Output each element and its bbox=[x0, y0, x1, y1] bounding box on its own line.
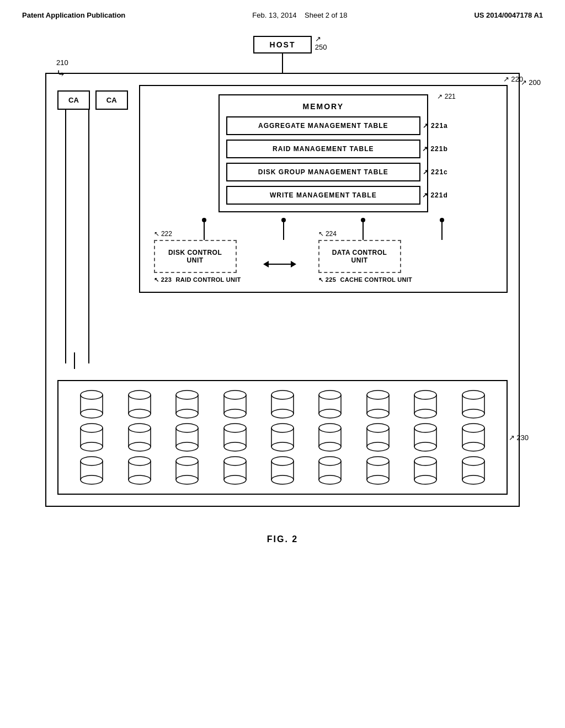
raid-ctrl-label: ↖ 223 RAID CONTROL UNIT bbox=[154, 276, 241, 283]
dot-3 bbox=[361, 218, 365, 222]
svg-point-16 bbox=[224, 409, 246, 418]
disk-13 bbox=[222, 422, 248, 452]
disk-3 bbox=[174, 389, 200, 419]
table-box-4: WRITE MANAGEMENT TABLE ↗ 221d bbox=[226, 186, 420, 205]
svg-point-85 bbox=[224, 457, 246, 465]
svg-point-0 bbox=[81, 390, 103, 399]
inner-section: ↗ 220 ↗ 221 MEMORY AGGREGATE MANAGEMENT … bbox=[139, 85, 508, 293]
svg-point-92 bbox=[271, 475, 294, 484]
disk-10 bbox=[79, 422, 104, 452]
arrow-right bbox=[291, 261, 296, 267]
svg-point-80 bbox=[129, 475, 151, 484]
svg-point-56 bbox=[271, 442, 294, 451]
svg-point-36 bbox=[462, 409, 484, 418]
svg-point-53 bbox=[271, 424, 294, 432]
label-230: ↗ 230 bbox=[509, 433, 529, 442]
label-221: ↗ 221 bbox=[437, 93, 455, 100]
table-box-3: DISK GROUP MANAGEMENT TABLE ↗ 221c bbox=[226, 163, 420, 181]
label-220: ↗ 220 bbox=[503, 75, 523, 83]
svg-point-68 bbox=[414, 442, 436, 451]
disk-grid bbox=[70, 389, 495, 485]
svg-point-73 bbox=[81, 457, 103, 465]
disk-11 bbox=[127, 422, 152, 452]
svg-point-64 bbox=[367, 442, 389, 451]
disk-control-group: ↖ 222 DISK CONTROLUNIT ↖ 223 RAID CONTRO… bbox=[154, 240, 241, 283]
ca-column: CA CA bbox=[57, 90, 128, 363]
svg-point-81 bbox=[176, 457, 198, 465]
page-header: Patent Application Publication Feb. 13, … bbox=[22, 11, 543, 19]
svg-point-76 bbox=[81, 475, 103, 484]
svg-point-77 bbox=[129, 457, 151, 465]
svg-point-12 bbox=[176, 409, 198, 418]
svg-point-37 bbox=[81, 424, 103, 432]
disk-22 bbox=[222, 456, 248, 485]
svg-point-13 bbox=[224, 390, 246, 399]
data-control-box: DATA CONTROLUNIT bbox=[318, 240, 401, 273]
disk-9 bbox=[461, 389, 486, 419]
ca-box-1: CA bbox=[57, 90, 90, 110]
svg-point-84 bbox=[176, 475, 198, 484]
svg-point-40 bbox=[81, 442, 103, 451]
svg-point-69 bbox=[462, 424, 484, 432]
disk-21 bbox=[174, 456, 200, 485]
disk-2 bbox=[127, 389, 152, 419]
svg-point-32 bbox=[414, 409, 436, 418]
inner-box: ↗ 221 MEMORY AGGREGATE MANAGEMENT TABLE … bbox=[139, 85, 508, 293]
disk-control-box: DISK CONTROLUNIT bbox=[154, 240, 237, 273]
svg-point-44 bbox=[129, 442, 151, 451]
label-200: ↗ 200 bbox=[521, 78, 541, 87]
label-221b: ↗ 221b bbox=[422, 145, 448, 153]
svg-point-48 bbox=[176, 442, 198, 451]
top-section: CA CA ↗ 220 bbox=[57, 85, 508, 363]
svg-point-72 bbox=[462, 442, 484, 451]
ca-row: CA CA bbox=[57, 90, 128, 110]
storage-wrapper: ↗ 230 bbox=[57, 380, 508, 495]
header-patent-num: US 2014/0047178 A1 bbox=[474, 11, 543, 19]
table-box-1: AGGREGATE MANAGEMENT TABLE ↗ 221a bbox=[226, 116, 420, 135]
host-line bbox=[282, 53, 283, 73]
svg-point-21 bbox=[319, 390, 341, 399]
svg-point-17 bbox=[271, 390, 294, 399]
header-publication: Patent Application Publication bbox=[22, 11, 125, 19]
svg-point-104 bbox=[414, 475, 436, 484]
cache-ctrl-label: ↖ 225 CACHE CONTROL UNIT bbox=[318, 276, 413, 283]
host-box: HOST bbox=[253, 36, 312, 53]
arrow-left bbox=[263, 261, 269, 267]
disk-25 bbox=[365, 456, 391, 485]
svg-point-61 bbox=[367, 424, 389, 432]
svg-point-25 bbox=[367, 390, 389, 399]
diagram: HOST ↗ 250 ↗ 200 210 ⤷ bbox=[22, 36, 543, 507]
disk-1 bbox=[79, 389, 104, 419]
svg-point-4 bbox=[81, 409, 103, 418]
disk-14 bbox=[270, 422, 295, 452]
memory-box: ↗ 221 MEMORY AGGREGATE MANAGEMENT TABLE … bbox=[218, 94, 428, 212]
dot-1 bbox=[202, 218, 206, 222]
host-container: HOST ↗ 250 bbox=[253, 36, 312, 53]
disk-27 bbox=[461, 456, 486, 485]
svg-point-20 bbox=[271, 409, 294, 418]
data-control-group: ↖ 224 DATA CONTROLUNIT ↖ 225 CACHE CONTR… bbox=[318, 240, 413, 283]
svg-point-96 bbox=[319, 475, 341, 484]
ca-lines bbox=[65, 110, 89, 363]
page: Patent Application Publication Feb. 13, … bbox=[0, 0, 565, 728]
svg-point-108 bbox=[462, 475, 484, 484]
svg-point-105 bbox=[462, 457, 484, 465]
svg-point-97 bbox=[367, 457, 389, 465]
header-date-sheet: Feb. 13, 2014 Sheet 2 of 18 bbox=[252, 11, 347, 19]
disk-19 bbox=[79, 456, 104, 485]
disk-16 bbox=[365, 422, 391, 452]
disk-15 bbox=[317, 422, 343, 452]
label-221c: ↗ 221c bbox=[423, 168, 448, 176]
disk-17 bbox=[413, 422, 438, 452]
label-224-arrow: ↖ 224 bbox=[318, 230, 337, 238]
arrow-container bbox=[263, 244, 296, 283]
disk-6 bbox=[317, 389, 343, 419]
label-221d: ↗ 221d bbox=[422, 191, 448, 199]
dot-4 bbox=[440, 218, 444, 222]
svg-point-52 bbox=[224, 442, 246, 451]
memory-title: MEMORY bbox=[226, 102, 420, 111]
disk-4 bbox=[222, 389, 248, 419]
dot-2 bbox=[281, 218, 286, 222]
svg-point-33 bbox=[462, 390, 484, 399]
svg-point-45 bbox=[176, 424, 198, 432]
